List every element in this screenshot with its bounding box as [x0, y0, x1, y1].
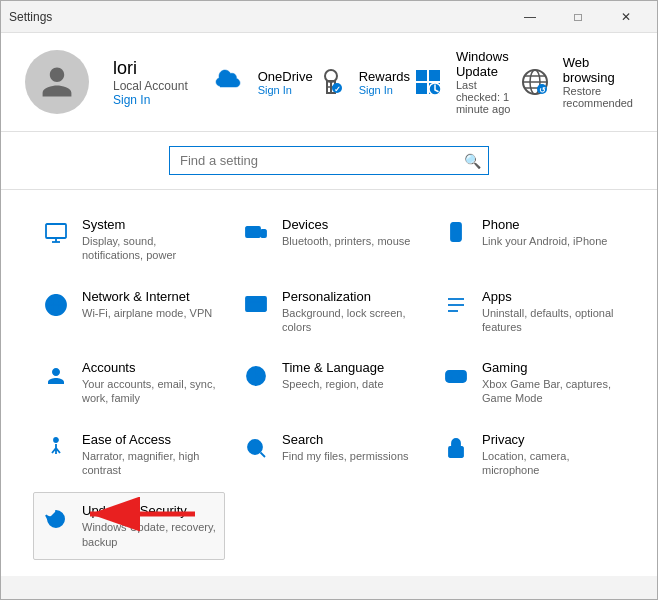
- search-text: SearchFind my files, permissions: [282, 432, 409, 463]
- apps-icon: [442, 291, 470, 319]
- web-browsing-icon: ↺: [517, 64, 553, 100]
- setting-item-personalization[interactable]: PersonalizationBackground, lock screen, …: [233, 278, 425, 346]
- setting-item-gaming[interactable]: GamingXbox Game Bar, captures, Game Mode: [433, 349, 625, 417]
- svg-rect-22: [261, 230, 266, 237]
- privacy-desc: Location, camera, microphone: [482, 449, 616, 478]
- privacy-text: PrivacyLocation, camera, microphone: [482, 432, 616, 478]
- svg-rect-21: [246, 227, 260, 237]
- update-security-text: Update & SecurityWindows Update, recover…: [82, 503, 216, 549]
- setting-item-phone[interactable]: PhoneLink your Android, iPhone: [433, 206, 625, 274]
- setting-item-devices[interactable]: DevicesBluetooth, printers, mouse: [233, 206, 425, 274]
- ease-of-access-desc: Narrator, magnifier, high contrast: [82, 449, 216, 478]
- setting-item-time[interactable]: Time & LanguageSpeech, region, date: [233, 349, 425, 417]
- svg-point-40: [54, 438, 58, 442]
- update-security-name: Update & Security: [82, 503, 216, 518]
- gaming-desc: Xbox Game Bar, captures, Game Mode: [482, 377, 616, 406]
- setting-item-ease-of-access[interactable]: Ease of AccessNarrator, magnifier, high …: [33, 421, 225, 489]
- title-bar: Settings — □ ✕: [1, 1, 657, 33]
- time-icon: [242, 362, 270, 390]
- window-controls: — □ ✕: [507, 1, 649, 33]
- service-onedrive[interactable]: OneDrive Sign In: [212, 49, 313, 115]
- setting-item-system[interactable]: SystemDisplay, sound, notifications, pow…: [33, 206, 225, 274]
- ease-of-access-name: Ease of Access: [82, 432, 216, 447]
- svg-rect-18: [46, 224, 66, 238]
- windows-update-sub: Last checked: 1 minute ago: [456, 79, 517, 115]
- phone-name: Phone: [482, 217, 607, 232]
- service-web-browsing[interactable]: ↺ Web browsing Restore recommended: [517, 49, 633, 115]
- system-desc: Display, sound, notifications, power: [82, 234, 216, 263]
- update-security-icon: [42, 505, 70, 533]
- gaming-text: GamingXbox Game Bar, captures, Game Mode: [482, 360, 616, 406]
- system-icon: [42, 219, 70, 247]
- svg-text:↺: ↺: [538, 86, 545, 95]
- windows-update-text: Windows Update Last checked: 1 minute ag…: [456, 49, 517, 115]
- time-name: Time & Language: [282, 360, 384, 375]
- phone-icon: [442, 219, 470, 247]
- devices-icon: [242, 219, 270, 247]
- gaming-icon: [442, 362, 470, 390]
- avatar: [25, 50, 89, 114]
- setting-item-privacy[interactable]: PrivacyLocation, camera, microphone: [433, 421, 625, 489]
- rewards-title: Rewards: [359, 69, 410, 84]
- apps-desc: Uninstall, defaults, optional features: [482, 306, 616, 335]
- privacy-name: Privacy: [482, 432, 616, 447]
- network-icon: [42, 291, 70, 319]
- setting-item-network[interactable]: Network & InternetWi-Fi, airplane mode, …: [33, 278, 225, 346]
- header: lori Local Account Sign In OneDrive Sign…: [1, 33, 657, 132]
- privacy-icon: [442, 434, 470, 462]
- search-name: Search: [282, 432, 409, 447]
- system-text: SystemDisplay, sound, notifications, pow…: [82, 217, 216, 263]
- accounts-desc: Your accounts, email, sync, work, family: [82, 377, 216, 406]
- devices-desc: Bluetooth, printers, mouse: [282, 234, 410, 248]
- time-text: Time & LanguageSpeech, region, date: [282, 360, 384, 391]
- setting-item-update-security[interactable]: Update & SecurityWindows Update, recover…: [33, 492, 225, 560]
- svg-rect-43: [449, 447, 463, 457]
- svg-point-41: [248, 440, 262, 454]
- personalization-name: Personalization: [282, 289, 416, 304]
- onedrive-sub[interactable]: Sign In: [258, 84, 313, 96]
- service-windows-update[interactable]: Windows Update Last checked: 1 minute ag…: [410, 49, 517, 115]
- maximize-button[interactable]: □: [555, 1, 601, 33]
- gaming-name: Gaming: [482, 360, 616, 375]
- search-icon: [242, 434, 270, 462]
- accounts-name: Accounts: [82, 360, 216, 375]
- setting-item-accounts[interactable]: AccountsYour accounts, email, sync, work…: [33, 349, 225, 417]
- minimize-button[interactable]: —: [507, 1, 553, 33]
- rewards-sub[interactable]: Sign In: [359, 84, 410, 96]
- search-bar: 🔍: [1, 132, 657, 190]
- windows-update-icon: [410, 64, 446, 100]
- apps-name: Apps: [482, 289, 616, 304]
- personalization-icon: [242, 291, 270, 319]
- onedrive-text: OneDrive Sign In: [258, 69, 313, 96]
- web-browsing-text: Web browsing Restore recommended: [563, 55, 633, 109]
- svg-rect-8: [416, 83, 427, 94]
- web-browsing-sub: Restore recommended: [563, 85, 633, 109]
- web-browsing-title: Web browsing: [563, 55, 633, 85]
- search-input[interactable]: [169, 146, 489, 175]
- rewards-icon: ✓: [313, 64, 349, 100]
- search-wrap: 🔍: [169, 146, 489, 175]
- phone-text: PhoneLink your Android, iPhone: [482, 217, 607, 248]
- settings-grid: SystemDisplay, sound, notifications, pow…: [1, 190, 657, 576]
- close-button[interactable]: ✕: [603, 1, 649, 33]
- user-icon: [39, 64, 75, 100]
- accounts-text: AccountsYour accounts, email, sync, work…: [82, 360, 216, 406]
- time-desc: Speech, region, date: [282, 377, 384, 391]
- network-desc: Wi-Fi, airplane mode, VPN: [82, 306, 212, 320]
- setting-item-apps[interactable]: AppsUninstall, defaults, optional featur…: [433, 278, 625, 346]
- header-sign-in-link[interactable]: Sign In: [113, 93, 188, 107]
- ease-of-access-icon: [42, 434, 70, 462]
- onedrive-icon: [212, 64, 248, 100]
- user-type: Local Account: [113, 79, 188, 93]
- search-icon: 🔍: [464, 153, 481, 169]
- accounts-icon: [42, 362, 70, 390]
- phone-desc: Link your Android, iPhone: [482, 234, 607, 248]
- setting-item-search[interactable]: SearchFind my files, permissions: [233, 421, 425, 489]
- network-text: Network & InternetWi-Fi, airplane mode, …: [82, 289, 212, 320]
- svg-line-42: [261, 452, 266, 457]
- devices-text: DevicesBluetooth, printers, mouse: [282, 217, 410, 248]
- personalization-desc: Background, lock screen, colors: [282, 306, 416, 335]
- user-name: lori: [113, 58, 188, 79]
- service-rewards[interactable]: ✓ Rewards Sign In: [313, 49, 410, 115]
- user-info: lori Local Account Sign In: [113, 58, 188, 107]
